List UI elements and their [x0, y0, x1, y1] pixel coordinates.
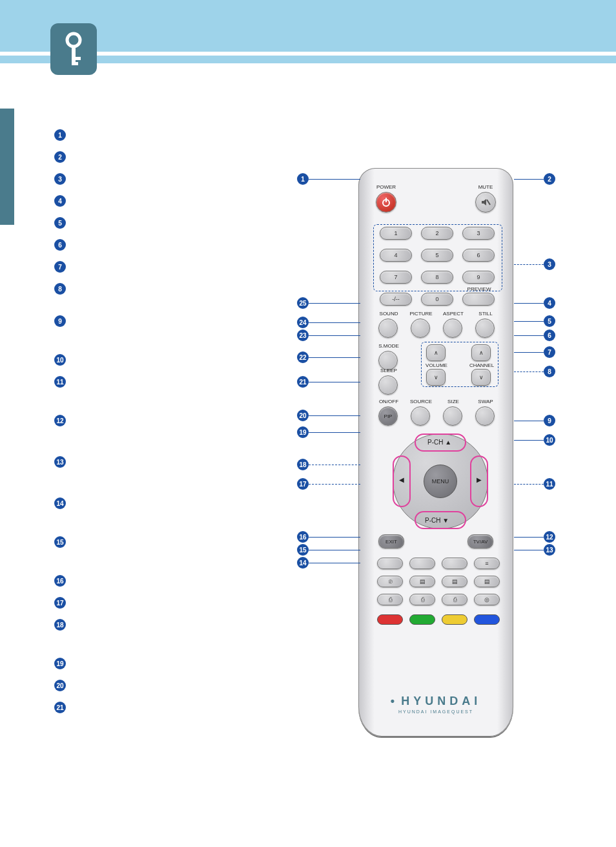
power-label: POWER	[373, 184, 399, 190]
list-number-8: 8	[54, 283, 66, 295]
numpad-5[interactable]: 5	[421, 249, 453, 262]
feature-item-19: 19	[54, 658, 287, 669]
aspect-button[interactable]	[443, 319, 462, 338]
callout-7: 7	[544, 346, 555, 358]
numpad-9[interactable]: 9	[462, 271, 495, 284]
pip-onoff-button[interactable]: PIP	[378, 406, 398, 426]
extra-btn-4[interactable]: ≡	[474, 558, 500, 569]
onoff-label: ON/OFF	[375, 399, 403, 404]
extra-btn-9[interactable]: ⎙	[377, 594, 403, 605]
callout-19: 19	[297, 426, 309, 438]
channel-up-button[interactable]: ∧	[471, 344, 491, 361]
feature-item-20: 20	[54, 680, 287, 691]
smode-label: S.MODE	[375, 343, 403, 349]
extra-btn-7[interactable]: ▤	[442, 576, 467, 587]
list-number-3: 3	[54, 173, 66, 185]
channel-down-button[interactable]: ∨	[471, 369, 491, 386]
dpad: P-CH ▲ P-CH ▼ ◀ ▶ MENU	[393, 434, 488, 529]
preview-button[interactable]	[462, 293, 495, 306]
still-button[interactable]	[475, 319, 495, 338]
callout-line-19	[309, 432, 360, 433]
numpad-6[interactable]: 6	[462, 249, 495, 262]
callout-line-1	[309, 179, 360, 180]
volume-down-button[interactable]: ∨	[426, 369, 446, 386]
numpad-2[interactable]: 2	[421, 227, 453, 240]
callout-line-4	[514, 303, 544, 304]
callout-line-22	[309, 357, 360, 358]
callout-9: 9	[544, 415, 555, 426]
mute-button[interactable]	[475, 192, 496, 213]
list-number-7: 7	[54, 261, 66, 273]
callout-line-2	[514, 179, 544, 180]
dpad-up[interactable]: P-CH ▲	[427, 439, 451, 446]
volume-up-button[interactable]: ∧	[426, 344, 446, 361]
list-number-15: 15	[54, 536, 66, 548]
exit-button[interactable]: EXIT	[378, 534, 404, 549]
callout-line-12	[514, 537, 544, 538]
list-number-17: 17	[54, 597, 66, 609]
extra-btn-1[interactable]	[377, 558, 403, 569]
extra-btn-12[interactable]: ◎	[474, 594, 500, 605]
dpad-left[interactable]: ◀	[399, 476, 404, 483]
callout-11: 11	[544, 478, 555, 490]
feature-item-15: 15	[54, 536, 287, 548]
feature-item-10: 10	[54, 354, 287, 366]
callout-line-23	[309, 335, 360, 336]
extra-btn-10[interactable]: ⎙	[409, 594, 435, 605]
callout-line-16	[309, 537, 360, 538]
list-number-12: 12	[54, 415, 66, 426]
side-tab	[0, 109, 14, 225]
feature-item-9: 9	[54, 315, 287, 327]
yellow-button[interactable]	[442, 614, 467, 625]
feature-item-11: 11	[54, 376, 287, 388]
feature-item-6: 6	[54, 239, 287, 251]
green-button[interactable]	[409, 614, 435, 625]
blue-button[interactable]	[474, 614, 500, 625]
numpad-7[interactable]: 7	[380, 271, 412, 284]
extra-btn-2[interactable]	[409, 558, 435, 569]
callout-line-14	[309, 563, 360, 563]
feature-item-1: 1	[54, 129, 287, 141]
callout-12: 12	[544, 531, 555, 543]
callout-line-18	[309, 465, 360, 465]
extra-btn-8[interactable]: ▤	[474, 576, 500, 587]
feature-list: 123456789101112131415161718192021	[54, 129, 287, 724]
callout-line-13	[514, 550, 544, 550]
dpad-down[interactable]: P-CH ▼	[425, 517, 449, 524]
callout-13: 13	[544, 544, 555, 556]
extra-btn-6[interactable]: ▤	[409, 576, 435, 587]
tvav-button[interactable]: TV/AV	[467, 534, 493, 549]
feature-item-7: 7	[54, 261, 287, 273]
numpad-3[interactable]: 3	[462, 227, 495, 240]
sound-button[interactable]	[378, 319, 398, 338]
svg-rect-2	[72, 57, 81, 60]
numpad-4[interactable]: 4	[380, 249, 412, 262]
feature-item-12: 12	[54, 415, 287, 426]
extra-btn-11[interactable]: ⎙	[442, 594, 467, 605]
pip-swap-button[interactable]	[475, 406, 495, 426]
numpad-1[interactable]: 1	[380, 227, 412, 240]
red-button[interactable]	[377, 614, 403, 625]
dash-button[interactable]: -/--	[380, 293, 412, 306]
list-number-20: 20	[54, 680, 66, 691]
callout-line-10	[514, 440, 544, 441]
size-label: SIZE	[439, 399, 467, 404]
feature-item-4: 4	[54, 195, 287, 207]
volume-label: VOLUME	[422, 362, 451, 368]
feature-item-17: 17	[54, 597, 287, 609]
numpad-8[interactable]: 8	[421, 271, 453, 284]
dpad-right[interactable]: ▶	[477, 476, 482, 483]
extra-btn-5[interactable]: ⎚	[377, 576, 403, 587]
pip-size-button[interactable]	[443, 406, 462, 426]
menu-button[interactable]: MENU	[424, 465, 457, 498]
feature-item-3: 3	[54, 173, 287, 185]
callout-line-8	[514, 371, 544, 372]
svg-line-6	[487, 200, 490, 205]
picture-button[interactable]	[411, 319, 430, 338]
zero-button[interactable]: 0	[421, 293, 453, 306]
power-button[interactable]	[376, 192, 396, 213]
list-number-18: 18	[54, 619, 66, 631]
sleep-button[interactable]	[378, 375, 398, 395]
pip-source-button[interactable]	[411, 406, 430, 426]
extra-btn-3[interactable]	[442, 558, 467, 569]
